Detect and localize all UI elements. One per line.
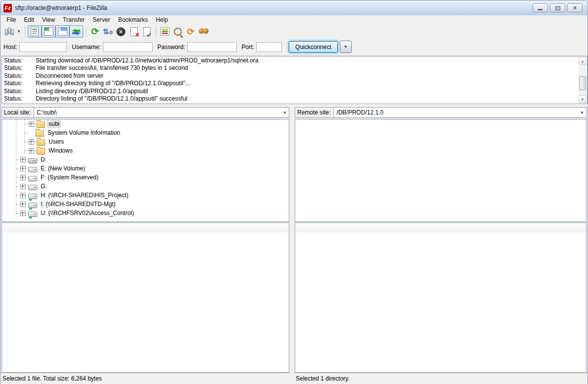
pane-splitter[interactable] <box>290 106 294 384</box>
tree-expand-button[interactable] <box>20 202 26 207</box>
local-pane: Local site: C:\subi\ ▼ subiSystem Volume… <box>0 106 290 373</box>
status-log-line: Status:Disconnected from server <box>2 72 587 80</box>
status-log-line: Status:File transfer successful, transfe… <box>2 64 587 72</box>
status-log-line: Status:Starting download of /DB/PROD/12.… <box>2 56 587 64</box>
menu-item-help[interactable]: Help <box>152 15 172 24</box>
local-site-combobox[interactable]: C:\subi\ ▼ <box>34 107 289 118</box>
local-tree-item[interactable]: D: <box>2 155 289 164</box>
quickconnect-button[interactable]: Quickconnect <box>289 41 338 53</box>
menu-item-bookmarks[interactable]: Bookmarks <box>114 15 152 24</box>
restore-icon <box>555 6 560 10</box>
file-icon-cd-drive <box>28 158 37 164</box>
tree-connector <box>25 142 29 142</box>
username-input[interactable] <box>103 42 153 52</box>
scroll-down-button[interactable]: ▼ <box>579 95 587 103</box>
remote-status-text: Selected 1 directory. <box>294 373 588 382</box>
remote-site-value: /DB/PROD/12.1.0 <box>334 109 578 116</box>
menu-item-file[interactable]: File <box>2 15 20 24</box>
restore-button[interactable] <box>550 3 565 12</box>
file-icon-folder <box>37 139 45 146</box>
disconnect-icon[interactable] <box>127 26 140 38</box>
scroll-up-button[interactable]: ▲ <box>579 57 587 65</box>
local-tree-item[interactable]: System Volume Information <box>2 128 289 137</box>
menu-item-transfer[interactable]: Transfer <box>59 15 89 24</box>
site-manager-dropdown-icon[interactable]: ▼ <box>15 26 22 38</box>
password-input[interactable] <box>187 42 237 52</box>
tree-connector <box>25 133 29 133</box>
process-queue-icon[interactable]: ⇅⚙ <box>102 26 114 38</box>
local-tree-item[interactable]: E: (New Volume) <box>2 164 289 173</box>
remote-file-list <box>295 232 587 373</box>
status-log-message: Retrieving directory listing of "/DB/PRO… <box>36 80 190 87</box>
host-input[interactable] <box>19 42 67 52</box>
close-button[interactable]: × <box>567 3 583 12</box>
tree-item-label: F: (System Reserved) <box>39 173 100 181</box>
local-site-dropdown-icon[interactable]: ▼ <box>281 108 289 117</box>
tree-item-label: D: <box>39 156 48 164</box>
status-log-message: Disconnected from server <box>36 72 104 79</box>
toggle-message-log-icon[interactable] <box>28 25 42 38</box>
site-manager-icon[interactable] <box>2 26 15 38</box>
quickconnect-bar: Host: Username: Password: Port: Quickcon… <box>0 39 588 55</box>
file-icon-network-drive <box>28 203 37 208</box>
toggle-transfer-queue-icon[interactable] <box>69 25 83 38</box>
local-status-text: Selected 1 file. Total size: 6,264 bytes <box>0 373 290 382</box>
file-icon-drive <box>28 167 37 172</box>
local-status-bar: Selected 1 file. Total size: 6,264 bytes <box>0 373 290 384</box>
remote-list-header <box>295 222 587 233</box>
local-tree-item[interactable]: G: <box>2 182 289 191</box>
username-label: Username: <box>72 44 101 51</box>
local-tree-item[interactable]: H: (\\RCH-SHARED\HIS_Project) <box>2 191 289 200</box>
toggle-remote-tree-icon[interactable] <box>55 25 69 38</box>
local-tree-item[interactable]: F: (System Reserved) <box>2 173 289 182</box>
tree-item-label: Users <box>47 138 65 146</box>
tree-item-label: U: (\\RCHFSRV02\Access_Control) <box>39 209 136 217</box>
local-directory-tree: subiSystem Volume InformationUsersWindow… <box>1 119 289 222</box>
toggle-local-tree-icon[interactable] <box>42 25 55 38</box>
log-scrollbar[interactable]: ▲▼ <box>579 57 587 103</box>
local-tree-item[interactable]: U: (\\RCHFSRV02\Access_Control) <box>2 209 289 218</box>
tree-expand-button[interactable] <box>29 139 34 145</box>
local-tree-item[interactable]: Windows <box>2 146 289 155</box>
tree-expand-button[interactable] <box>29 121 34 127</box>
tree-expand-button[interactable] <box>20 193 26 198</box>
port-label: Port: <box>242 44 254 51</box>
port-input[interactable] <box>256 42 282 52</box>
status-log-line: Status:Retrieving directory listing of "… <box>2 80 587 88</box>
window-controls: × <box>533 3 583 12</box>
file-icon-drive <box>28 176 37 181</box>
synchronized-browsing-icon[interactable]: ⟳ <box>184 26 197 38</box>
window-title: sftp://oracle@wtnoraerp1 - FileZilla <box>15 4 533 11</box>
tree-expand-button[interactable] <box>29 148 34 154</box>
refresh-icon[interactable]: ⟳ <box>89 26 102 38</box>
local-tree-item[interactable]: I: (\\RCH-SHARED\ITD-Mgt) <box>2 200 289 209</box>
scroll-thumb[interactable] <box>579 76 586 90</box>
quickconnect-dropdown-button[interactable]: ▼ <box>340 41 352 53</box>
password-label: Password: <box>158 44 185 51</box>
reconnect-icon[interactable] <box>140 26 153 38</box>
local-tree-item[interactable]: Users <box>2 137 289 146</box>
local-site-label: Local site: <box>1 107 34 118</box>
tree-item-label: H: (\\RCH-SHARED\HIS_Project) <box>39 191 130 199</box>
tree-expand-button[interactable] <box>20 211 26 216</box>
tree-connector <box>16 195 20 196</box>
remote-site-dropdown-icon[interactable]: ▼ <box>578 108 586 117</box>
tree-expand-button[interactable] <box>20 166 26 171</box>
tree-expand-button[interactable] <box>20 175 26 180</box>
menu-bar: FileEditViewTransferServerBookmarksHelp <box>0 15 588 24</box>
cancel-icon[interactable]: × <box>114 26 127 38</box>
tree-expand-button[interactable] <box>20 184 26 189</box>
local-tree-item[interactable]: subi <box>2 119 289 128</box>
tree-expand-button[interactable] <box>20 157 26 163</box>
directory-comparison-icon[interactable] <box>171 26 184 38</box>
remote-site-combobox[interactable]: /DB/PROD/12.1.0 ▼ <box>334 107 587 118</box>
tree-item-label: subi <box>47 120 61 128</box>
toolbar-separator <box>156 26 156 37</box>
find-files-icon[interactable] <box>197 26 210 38</box>
menu-item-edit[interactable]: Edit <box>20 15 38 24</box>
file-icon-folder <box>37 148 45 155</box>
menu-item-view[interactable]: View <box>38 15 59 24</box>
menu-item-server[interactable]: Server <box>89 15 114 24</box>
filter-icon[interactable] <box>159 26 171 38</box>
minimize-button[interactable] <box>533 3 548 12</box>
